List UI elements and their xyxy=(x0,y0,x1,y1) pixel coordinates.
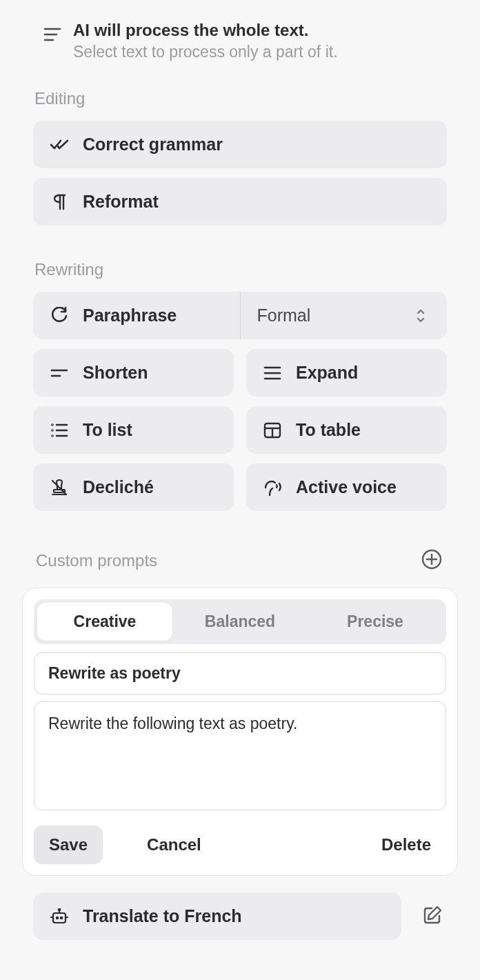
svg-point-12 xyxy=(52,435,53,436)
svg-point-26 xyxy=(57,917,58,918)
edit-prompt-button[interactable] xyxy=(418,901,447,932)
save-button[interactable]: Save xyxy=(34,826,103,864)
prompt-actions: Save Cancel Delete xyxy=(34,826,446,864)
chevron-updown-icon xyxy=(411,306,430,326)
to-table-button[interactable]: To table xyxy=(246,406,447,454)
edit-icon xyxy=(422,905,443,926)
shorten-label: Shorten xyxy=(83,363,148,383)
svg-point-27 xyxy=(61,917,62,918)
pilcrow-icon xyxy=(50,192,69,212)
refresh-icon xyxy=(50,306,69,326)
custom-prompts-label: Custom prompts xyxy=(34,551,157,570)
tab-creative[interactable]: Creative xyxy=(37,603,172,641)
svg-rect-23 xyxy=(53,913,66,923)
expand-label: Expand xyxy=(296,363,358,383)
plus-circle-icon xyxy=(421,548,443,570)
correct-grammar-label: Correct grammar xyxy=(83,134,223,154)
shorten-icon xyxy=(50,363,69,383)
header: AI will process the whole text. Select t… xyxy=(33,21,447,61)
prompt-editor-card: Creative Balanced Precise Rewrite the fo… xyxy=(22,588,458,876)
no-stamp-icon xyxy=(50,478,69,497)
cancel-button[interactable]: Cancel xyxy=(132,826,217,864)
add-prompt-button[interactable] xyxy=(418,546,446,575)
header-title: AI will process the whole text. xyxy=(73,21,338,40)
active-voice-button[interactable]: Active voice xyxy=(246,463,447,511)
creativity-segmented-control: Creative Balanced Precise xyxy=(34,599,446,644)
svg-point-8 xyxy=(52,424,53,425)
paraphrase-label: Paraphrase xyxy=(83,306,177,326)
svg-point-25 xyxy=(59,908,60,910)
reformat-button[interactable]: Reformat xyxy=(33,178,447,226)
rewriting-section-label: Rewriting xyxy=(33,260,447,279)
tone-selected-label: Formal xyxy=(257,306,311,326)
expand-icon xyxy=(263,363,282,383)
to-list-button[interactable]: To list xyxy=(33,406,234,454)
voice-icon xyxy=(263,478,282,497)
paraphrase-button[interactable]: Paraphrase xyxy=(33,292,240,339)
active-voice-label: Active voice xyxy=(296,477,397,497)
delete-button[interactable]: Delete xyxy=(366,826,446,864)
tab-precise[interactable]: Precise xyxy=(308,603,443,641)
paraphrase-row: Paraphrase Formal xyxy=(33,292,447,339)
prompt-name-input[interactable] xyxy=(34,652,446,694)
tab-balanced[interactable]: Balanced xyxy=(172,603,308,641)
translate-label: Translate to French xyxy=(83,906,242,926)
checkmarks-icon xyxy=(50,135,69,154)
shorten-button[interactable]: Shorten xyxy=(33,349,234,397)
table-icon xyxy=(263,421,282,440)
text-lines-icon xyxy=(43,25,62,44)
translate-button[interactable]: Translate to French xyxy=(33,892,401,940)
list-icon xyxy=(50,421,69,440)
robot-icon xyxy=(50,907,69,926)
to-table-label: To table xyxy=(296,420,361,440)
expand-button[interactable]: Expand xyxy=(246,349,447,397)
prompt-text-input[interactable]: Rewrite the following text as poetry. xyxy=(34,701,446,810)
to-list-label: To list xyxy=(83,420,132,440)
decliche-label: Decliché xyxy=(83,477,154,497)
correct-grammar-button[interactable]: Correct grammar xyxy=(33,121,447,168)
tone-select[interactable]: Formal xyxy=(240,292,448,339)
svg-point-10 xyxy=(52,430,53,430)
decliche-button[interactable]: Decliché xyxy=(33,463,234,511)
translate-row: Translate to French xyxy=(33,892,447,940)
custom-prompts-header: Custom prompts xyxy=(33,546,447,575)
reformat-label: Reformat xyxy=(83,192,159,212)
editing-section-label: Editing xyxy=(33,89,447,108)
header-subtitle: Select text to process only a part of it… xyxy=(73,43,338,61)
